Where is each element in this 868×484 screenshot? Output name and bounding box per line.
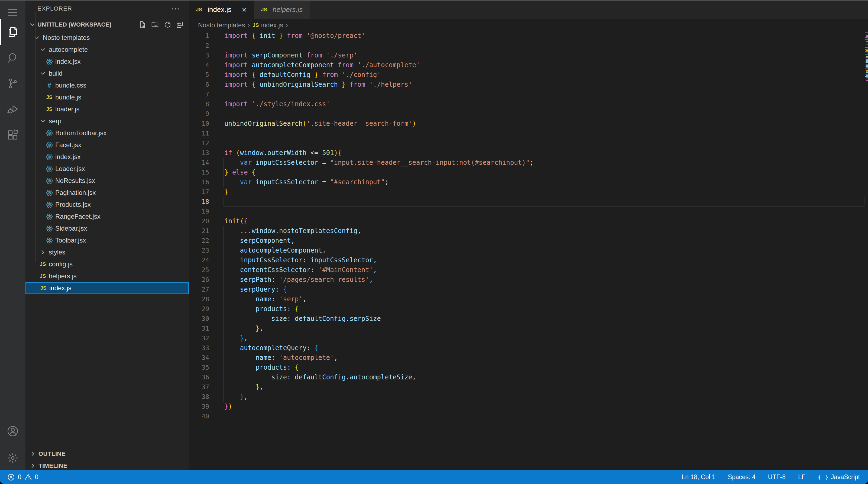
code-line-23[interactable]: 23 autocompleteComponent, — [189, 245, 868, 255]
code-line-17[interactable]: 17} — [189, 187, 868, 197]
code-line-8[interactable]: 8import './styles/index.css' — [189, 99, 868, 109]
line-number: 9 — [189, 110, 209, 117]
tree-file-Pagination.jsx[interactable]: Pagination.jsx — [26, 187, 189, 199]
tree-file-bundle.js[interactable]: JSbundle.js — [26, 91, 189, 103]
tree-folder-serp[interactable]: serp — [26, 115, 189, 127]
code-line-26[interactable]: 26 serpPath: '/pages/search-results', — [189, 275, 868, 284]
code-line-1[interactable]: 1import { init } from '@nosto/preact' — [189, 31, 868, 41]
code-line-39[interactable]: 39}) — [189, 402, 868, 412]
code-text: serpQuery: { — [224, 285, 287, 293]
extensions-icon[interactable] — [0, 122, 26, 148]
run-debug-icon[interactable] — [0, 96, 26, 122]
code-line-37[interactable]: 37 }, — [189, 382, 868, 392]
collapse-folders-icon[interactable] — [176, 21, 184, 29]
code-line-34[interactable]: 34 name: 'autocomplete', — [189, 353, 868, 363]
code-line-38[interactable]: 38 }, — [189, 392, 868, 402]
breadcrumb-item-…[interactable]: … — [291, 22, 297, 29]
close-icon[interactable]: × — [242, 6, 247, 14]
status-utf-8[interactable]: UTF-8 — [768, 474, 786, 481]
minimap-line-mark — [866, 59, 868, 60]
status-javascript[interactable]: { }JavaScript — [818, 474, 860, 481]
code-line-15[interactable]: 15} else { — [189, 168, 868, 177]
code-line-40[interactable]: 40 — [189, 412, 868, 421]
menu-icon[interactable] — [0, 6, 26, 19]
tree-file-BottomToolbar.jsx[interactable]: BottomToolbar.jsx — [26, 127, 189, 139]
timeline-label: TIMELINE — [38, 462, 67, 470]
code-line-31[interactable]: 31 }, — [189, 324, 868, 333]
account-icon[interactable] — [0, 418, 26, 444]
tree-folder-autocomplete[interactable]: autocomplete — [26, 43, 189, 56]
minimap[interactable] — [865, 31, 868, 437]
tree-file-Toolbar.jsx[interactable]: Toolbar.jsx — [26, 234, 189, 246]
tree-file-Sidebar.jsx[interactable]: Sidebar.jsx — [26, 222, 189, 234]
code-line-22[interactable]: 22 serpComponent, — [189, 236, 868, 245]
code-line-28[interactable]: 28 name: 'serp', — [189, 294, 868, 304]
tree-file-RangeFacet.jsx[interactable]: RangeFacet.jsx — [26, 211, 189, 222]
breadcrumb-item-index.js[interactable]: JSindex.js — [252, 22, 283, 29]
code-line-4[interactable]: 4import autocompleteComponent from './au… — [189, 60, 868, 70]
code-line-5[interactable]: 5import { defaultConfig } from './config… — [189, 70, 868, 80]
line-number: 15 — [189, 169, 209, 176]
status-spaces-4[interactable]: Spaces: 4 — [728, 474, 755, 481]
problems-status[interactable]: 00 — [7, 473, 38, 481]
code-line-9[interactable]: 9 — [189, 109, 868, 119]
tree-file-Facet.jsx[interactable]: Facet.jsx — [26, 139, 189, 151]
tree-folder-build[interactable]: build — [26, 67, 189, 80]
workspace-section-header[interactable]: UNTITLED (WORKSPACE) — [26, 19, 189, 31]
refresh-icon[interactable] — [163, 21, 172, 29]
chevron-down-icon — [38, 70, 47, 77]
search-icon[interactable] — [0, 45, 26, 70]
more-actions-icon[interactable]: ⋯ — [172, 4, 180, 13]
status-lf[interactable]: LF — [798, 474, 805, 481]
status-ln-18-col-1[interactable]: Ln 18, Col 1 — [682, 474, 715, 481]
code-line-33[interactable]: 33 autocompleteQuery: { — [189, 343, 868, 353]
code-line-30[interactable]: 30 size: defaultConfig.serpSize — [189, 314, 868, 324]
code-line-10[interactable]: 10unbindOriginalSearch('.site-header__se… — [189, 119, 868, 128]
code-line-36[interactable]: 36 size: defaultConfig.autocompleteSize, — [189, 372, 868, 382]
tree-file-Loader.jsx[interactable]: Loader.jsx — [26, 163, 189, 175]
tab-index.js[interactable]: JSindex.js× — [189, 0, 254, 19]
tree-file-bundle.css[interactable]: #bundle.css — [26, 80, 189, 91]
code-line-12[interactable]: 12 — [189, 138, 868, 148]
tree-file-Products.jsx[interactable]: Products.jsx — [26, 199, 189, 211]
code-line-21[interactable]: 21 ...window.nostoTemplatesConfig, — [189, 226, 868, 236]
tree-file-helpers.js[interactable]: JShelpers.js — [26, 270, 189, 282]
code-line-13[interactable]: 13if (window.outerWidth <= 501){ — [189, 148, 868, 158]
code-line-16[interactable]: 16 var inputCssSelector = "#searchinput"… — [189, 177, 868, 187]
tree-file-config.js[interactable]: JSconfig.js — [26, 258, 189, 270]
code-line-11[interactable]: 11 — [189, 128, 868, 138]
minimap-line-mark — [866, 71, 868, 72]
code-line-6[interactable]: 6import { unbindOriginalSearch } from '.… — [189, 80, 868, 89]
code-line-32[interactable]: 32 }, — [189, 333, 868, 343]
braces-icon: { } — [818, 474, 829, 481]
code-line-2[interactable]: 2 — [189, 41, 868, 51]
explorer-icon[interactable] — [0, 19, 26, 45]
breadcrumb-item-Nosto templates[interactable]: Nosto templates — [198, 22, 245, 29]
code-line-29[interactable]: 29 products: { — [189, 304, 868, 314]
tree-file-NoResults.jsx[interactable]: NoResults.jsx — [26, 175, 189, 187]
code-line-19[interactable]: 19 — [189, 207, 868, 216]
tree-file-index.jsx[interactable]: index.jsx — [26, 56, 189, 67]
line-number: 37 — [189, 384, 209, 391]
code-line-27[interactable]: 27 serpQuery: { — [189, 284, 868, 294]
code-text: contentCssSelector: '#MainContent', — [224, 266, 377, 274]
gear-icon[interactable] — [0, 445, 26, 471]
tree-file-index.jsx[interactable]: index.jsx — [26, 151, 189, 163]
outline-section[interactable]: OUTLINE — [26, 448, 189, 460]
code-line-35[interactable]: 35 products: { — [189, 363, 868, 372]
code-line-14[interactable]: 14 var inputCssSelector = "input.site-he… — [189, 158, 868, 168]
tree-file-index.js[interactable]: JSindex.js — [26, 282, 189, 294]
tree-folder-Nosto templates[interactable]: Nosto templates — [26, 32, 189, 43]
code-line-7[interactable]: 7 — [189, 89, 868, 99]
code-line-24[interactable]: 24 inputCssSelector: inputCssSelector, — [189, 255, 868, 265]
source-control-icon[interactable] — [0, 71, 26, 96]
code-line-3[interactable]: 3import serpComponent from './serp' — [189, 51, 868, 60]
tree-file-loader.js[interactable]: JSloader.js — [26, 103, 189, 115]
code-line-20[interactable]: 20init({ — [189, 216, 868, 226]
code-text: } else { — [224, 169, 256, 176]
new-folder-icon[interactable] — [151, 21, 159, 29]
tree-folder-styles[interactable]: styles — [26, 246, 189, 258]
tab-helpers.js[interactable]: JShelpers.js — [254, 0, 310, 19]
code-line-25[interactable]: 25 contentCssSelector: '#MainContent', — [189, 265, 868, 275]
new-file-icon[interactable] — [138, 21, 147, 29]
